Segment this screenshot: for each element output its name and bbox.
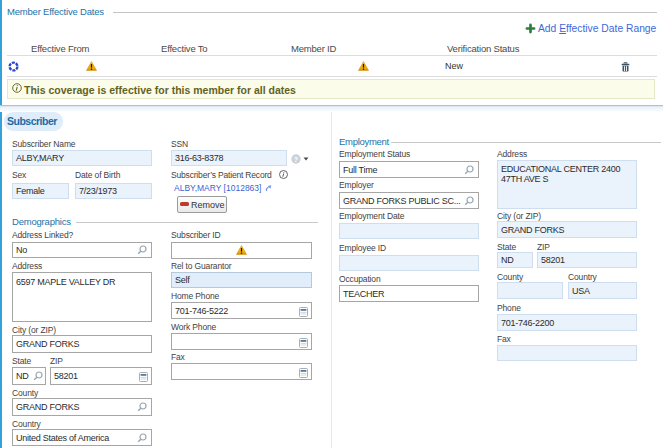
svg-text:?: ? [294,156,298,163]
